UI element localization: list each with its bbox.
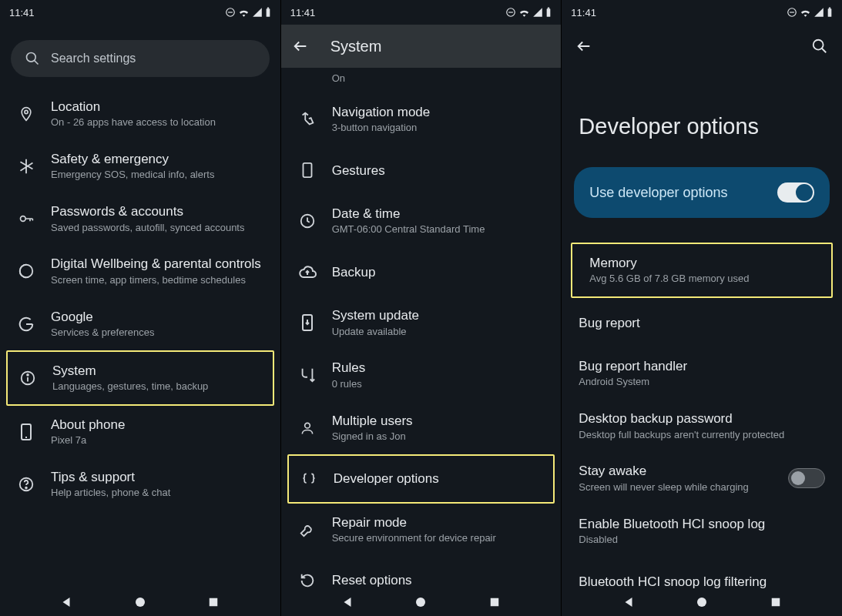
svg-rect-1 — [228, 12, 233, 12]
settings-item-location[interactable]: LocationOn - 26 apps have access to loca… — [0, 88, 280, 140]
svg-rect-35 — [771, 598, 780, 607]
settings-item-about[interactable]: About phonePixel 7a — [0, 406, 280, 458]
system-item-datetime[interactable]: Date & timeGMT-06:00 Central Standard Ti… — [281, 195, 562, 247]
system-item-backup[interactable]: Backup — [281, 247, 562, 296]
search-input[interactable]: Search settings — [11, 40, 270, 77]
devopts-item-bughandler[interactable]: Bug report handlerAndroid System — [562, 347, 842, 400]
svg-rect-20 — [547, 8, 551, 16]
devopts-item-hcilog[interactable]: Enable Bluetooth HCI snoop logDisabled — [562, 505, 842, 557]
devopts-item-bugreport[interactable]: Bug report — [562, 298, 842, 347]
cloud-icon — [298, 263, 317, 281]
system-item-update[interactable]: System updateUpdate available — [281, 296, 562, 349]
status-bar: 11:41 — [281, 0, 562, 25]
user-icon — [298, 419, 317, 437]
wrench-icon — [298, 521, 317, 539]
wellbeing-icon — [17, 262, 35, 280]
system-item-rules[interactable]: Rules0 rules — [281, 349, 562, 401]
phone-rect-icon — [298, 161, 317, 179]
devopts-list: MemoryAvg 5.6 GB of 7.8 GB memory used B… — [562, 236, 842, 588]
nav-recents-icon[interactable] — [488, 595, 502, 609]
svg-point-15 — [25, 487, 27, 489]
phone-down-icon — [298, 313, 317, 332]
settings-item-tips[interactable]: Tips & supportHelp articles, phone & cha… — [0, 458, 280, 511]
master-toggle-card[interactable]: Use developer options — [574, 167, 830, 218]
devopts-item-stayawake[interactable]: Stay awakeScreen will never sleep while … — [562, 452, 842, 504]
dnd-icon — [505, 7, 516, 18]
google-icon — [17, 315, 35, 333]
svg-rect-21 — [548, 8, 549, 9]
wifi-icon — [238, 8, 250, 17]
app-bar — [562, 25, 842, 68]
nav-back-icon[interactable] — [340, 595, 354, 609]
settings-item-safety[interactable]: Safety & emergencyEmergency SOS, medical… — [0, 140, 280, 192]
status-time: 11:41 — [571, 7, 596, 18]
search-placeholder: Search settings — [51, 52, 136, 65]
battery-icon — [545, 7, 552, 18]
app-bar: System — [281, 25, 562, 68]
nav-back-icon[interactable] — [622, 595, 636, 609]
status-time: 11:41 — [290, 7, 316, 18]
svg-point-4 — [27, 53, 36, 62]
stay-awake-switch[interactable] — [788, 468, 825, 488]
svg-rect-31 — [829, 8, 830, 9]
svg-rect-3 — [267, 8, 269, 9]
system-item-devopts[interactable]: Developer options — [287, 454, 555, 504]
nav-bar — [281, 588, 562, 616]
svg-rect-19 — [508, 12, 513, 12]
braces-icon — [300, 470, 318, 488]
asterisk-icon — [17, 157, 35, 176]
svg-point-25 — [304, 423, 310, 428]
settings-item-google[interactable]: GoogleServices & preferences — [0, 298, 280, 350]
system-list: Navigation mode3-button navigation Gestu… — [281, 87, 562, 588]
help-icon — [17, 475, 35, 494]
rules-icon — [298, 366, 317, 384]
search-icon[interactable] — [811, 38, 828, 55]
back-arrow-icon[interactable] — [292, 38, 309, 55]
nav-home-icon[interactable] — [414, 595, 428, 609]
reset-icon — [298, 571, 317, 588]
system-item-repair[interactable]: Repair modeSecure environment for device… — [281, 504, 562, 556]
svg-point-7 — [21, 216, 26, 222]
status-icons — [225, 7, 271, 18]
settings-item-wellbeing[interactable]: Digital Wellbeing & parental controlsScr… — [0, 245, 280, 297]
devopts-item-memory[interactable]: MemoryAvg 5.6 GB of 7.8 GB memory used — [571, 243, 833, 298]
devopts-item-desktopbackup[interactable]: Desktop backup passwordDesktop full back… — [562, 400, 842, 452]
devopts-item-hci-filter[interactable]: Bluetooth HCI snoop log filtering — [562, 557, 842, 588]
svg-point-16 — [136, 598, 145, 607]
svg-point-6 — [25, 110, 28, 113]
master-toggle-switch[interactable] — [777, 182, 814, 203]
swipe-icon — [298, 110, 317, 129]
nav-home-icon[interactable] — [133, 595, 147, 609]
key-icon — [17, 209, 35, 228]
master-toggle-label: Use developer options — [589, 185, 727, 201]
nav-home-icon[interactable] — [695, 595, 709, 609]
settings-item-system[interactable]: SystemLanguages, gestures, time, backup — [6, 350, 274, 406]
pin-icon — [17, 105, 35, 123]
svg-rect-29 — [790, 12, 794, 12]
system-item-users[interactable]: Multiple usersSigned in as Jon — [281, 402, 562, 454]
system-item-navmode[interactable]: Navigation mode3-button navigation — [281, 93, 562, 146]
phone-icon — [17, 423, 35, 441]
svg-point-11 — [27, 374, 29, 376]
back-arrow-icon[interactable] — [575, 38, 592, 55]
nav-back-icon[interactable] — [59, 595, 73, 609]
nav-bar — [0, 588, 280, 616]
system-item-gestures[interactable]: Gestures — [281, 146, 562, 195]
wifi-icon — [518, 8, 530, 17]
status-icons — [505, 7, 552, 18]
nav-recents-icon[interactable] — [206, 595, 220, 609]
signal-icon — [252, 7, 263, 18]
system-item-reset[interactable]: Reset options — [281, 556, 562, 588]
cut-item-subtitle: On — [281, 68, 562, 87]
svg-rect-22 — [303, 163, 311, 177]
settings-list: LocationOn - 26 apps have access to loca… — [0, 82, 280, 588]
battery-icon — [265, 7, 271, 18]
svg-point-26 — [416, 598, 425, 607]
nav-recents-icon[interactable] — [769, 595, 783, 609]
dnd-icon — [225, 7, 236, 18]
signal-icon — [532, 7, 543, 18]
clock-icon — [298, 212, 317, 230]
status-time: 11:41 — [9, 7, 35, 18]
svg-point-32 — [813, 40, 824, 50]
settings-item-passwords[interactable]: Passwords & accountsSaved passwords, aut… — [0, 192, 280, 245]
